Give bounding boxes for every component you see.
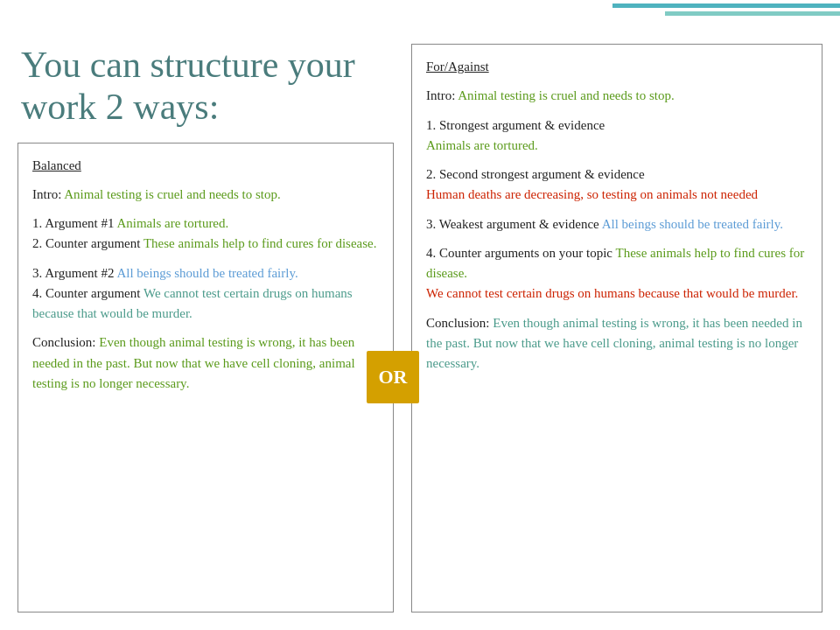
balanced-heading: Balanced	[32, 156, 379, 176]
balanced-conclusion-label: Conclusion:	[32, 335, 96, 349]
balanced-arg3-colored: All beings should be treated fairly.	[116, 266, 298, 280]
fa-intro: Intro: Animal testing is cruel and needs…	[426, 86, 808, 106]
fa-conclusion-label: Conclusion:	[426, 316, 490, 330]
for-against-box: For/Against Intro: Animal testing is cru…	[411, 44, 822, 612]
balanced-arg3: 3. Argument #2 All beings should be trea…	[32, 263, 379, 325]
balanced-arg1-label: 1. Argument #1	[32, 216, 116, 230]
fa-arg2-colored: Human deaths are decreasing, so testing …	[426, 187, 758, 201]
fa-conclusion: Conclusion: Even though animal testing i…	[426, 313, 808, 374]
decorative-bars	[578, 0, 840, 16]
fa-arg3-label: 3. Weakest argument & evidence	[426, 217, 602, 231]
fa-arg4-colored2: We cannot test certain drugs on humans b…	[426, 286, 798, 300]
deco-bar-1	[612, 4, 840, 8]
left-column: You can structure your work 2 ways: Bala…	[18, 44, 394, 612]
page-title: You can structure your work 2 ways:	[18, 44, 394, 129]
balanced-intro: Intro: Animal testing is cruel and needs…	[32, 185, 379, 205]
fa-arg4-label: 4. Counter arguments on your topic	[426, 246, 616, 260]
fa-arg2: 2. Second strongest argument & evidence …	[426, 164, 808, 206]
fa-arg3-colored: All beings should be treated fairly.	[602, 217, 783, 231]
fa-arg4: 4. Counter arguments on your topic These…	[426, 243, 808, 304]
fa-arg3: 3. Weakest argument & evidence All being…	[426, 214, 808, 234]
balanced-arg4-label: 4. Counter argument	[32, 286, 144, 300]
fa-arg1-label: 1. Strongest argument & evidence	[426, 118, 605, 132]
fa-arg1-colored: Animals are tortured.	[426, 138, 538, 152]
or-badge: OR	[367, 351, 419, 403]
for-against-heading: For/Against	[426, 57, 808, 77]
fa-arg2-label: 2. Second strongest argument & evidence	[426, 167, 645, 181]
balanced-arg1: 1. Argument #1 Animals are tortured. 2. …	[32, 214, 379, 255]
balanced-arg3-label: 3. Argument #2	[32, 266, 116, 280]
fa-intro-label: Intro:	[426, 88, 455, 102]
balanced-arg1-colored: Animals are tortured.	[116, 216, 228, 230]
main-container: You can structure your work 2 ways: Bala…	[0, 26, 840, 630]
balanced-arg2-colored: These animals help to find cures for dis…	[144, 236, 377, 250]
deco-bar-2	[665, 11, 840, 16]
fa-arg1: 1. Strongest argument & evidence Animals…	[426, 116, 808, 157]
balanced-box: Balanced Intro: Animal testing is cruel …	[18, 143, 394, 612]
balanced-intro-text: Animal testing is cruel and needs to sto…	[61, 187, 280, 201]
or-label: OR	[379, 362, 408, 392]
balanced-conclusion: Conclusion: Even though animal testing i…	[32, 332, 379, 394]
balanced-arg2-label: 2. Counter argument	[32, 236, 144, 250]
balanced-intro-label: Intro:	[32, 187, 61, 201]
fa-intro-colored: Animal testing is cruel and needs to sto…	[455, 88, 674, 102]
